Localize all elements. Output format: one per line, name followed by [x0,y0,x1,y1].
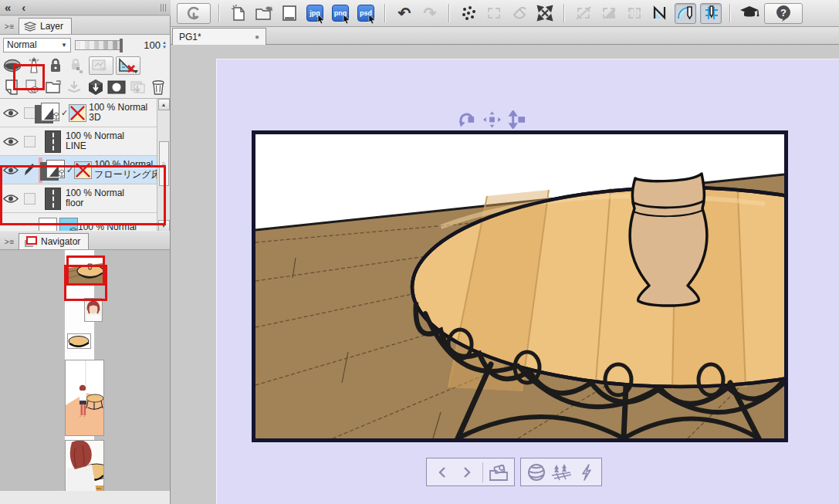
opacity-slider[interactable] [75,40,123,50]
layer-checkbox[interactable] [20,136,39,147]
enable-3d-object-button[interactable] [86,78,105,96]
layer-thumbnail-material[interactable] [74,161,92,179]
editing-pen-icon[interactable] [20,163,39,177]
export-jpg-button[interactable]: jpg [304,3,326,24]
trash-icon [151,79,165,96]
register-camera-angle-button[interactable] [488,462,509,483]
select-scatter-button[interactable] [458,3,479,24]
3d-environment-button[interactable] [550,462,572,483]
navigator-panel-menu-icon[interactable]: >≡ [0,234,19,249]
clip-to-layer-below-button[interactable] [2,56,22,75]
panel-grip-handle[interactable] [161,4,166,12]
opacity-spinner[interactable]: ▲▼ [162,40,167,49]
3d-camera-controls [458,110,526,129]
document-tab[interactable]: PG1* ● [172,28,266,45]
deselect-button[interactable] [573,3,594,24]
apply-mask-icon [129,79,146,95]
layer-thumbnail-line[interactable] [45,188,61,210]
marquee-icon [488,8,500,19]
perpendicular-snap-tool-button[interactable] [700,3,722,24]
layer-thumbnail-material[interactable] [69,104,86,122]
draft-layer-icon [91,59,111,73]
layer-name: LINE [66,141,157,151]
layer-mask-button[interactable] [107,78,126,96]
export-psd-button[interactable]: psd [355,3,377,24]
layer-thumbnail-3d[interactable] [44,160,65,181]
open-file-button[interactable] [253,3,275,24]
next-button[interactable] [456,462,478,483]
main-toolbar: jpg png psd ↶ ↷ [171,0,839,27]
curve-tool-button[interactable] [675,3,696,24]
new-canvas-button[interactable] [228,3,249,24]
layer-checkbox[interactable] [20,193,39,205]
redo-button[interactable]: ↷ [419,3,441,24]
layer-thumbnail-3d[interactable] [39,103,59,123]
tab-layer[interactable]: Layer [19,18,72,34]
navigator-thumbnail-room-scene[interactable] [65,360,104,436]
transform-button[interactable] [534,3,556,24]
merge-down-button[interactable] [65,78,83,96]
layer-panel-menu-icon[interactable]: >≡ [0,19,19,34]
layer-visibility-eye-icon[interactable] [2,108,20,118]
layer-thumbnail-paper[interactable] [39,218,57,231]
undo-button[interactable]: ↶ [394,3,415,24]
collapse-all-icon[interactable]: « [5,1,11,14]
navigator-tab-row: >≡ Navigator [0,232,170,250]
clip-studio-logo-button[interactable] [177,3,211,24]
layer-row-line[interactable]: 100 % Normal LINE [0,127,170,156]
cube-download-icon [87,79,104,96]
delete-layer-button[interactable] [149,78,167,96]
line-tool-icon [652,5,668,21]
3d-material-sphere-button[interactable] [526,462,547,483]
layer-row-3d[interactable]: ✓ 100 % Normal 3D [0,99,170,127]
navigator-thumbnail-table[interactable] [67,333,91,349]
layer-opacity-label: 100 % Normal [89,103,157,113]
marquee-select-button[interactable] [483,3,505,24]
previous-button[interactable] [431,462,453,483]
layer-thumbnail-sky[interactable] [59,218,78,231]
expand-selection-button[interactable] [624,3,645,24]
tab-navigator[interactable]: Navigator [19,233,89,249]
camera-rotate-icon[interactable] [458,110,477,129]
layer-visibility-eye-icon[interactable] [2,137,20,147]
document-tab-label: PG1* [179,32,201,42]
navigator-thumbnail-girl-table[interactable] [65,440,104,491]
camera-dolly-icon[interactable] [507,110,526,129]
3d-pose-button[interactable] [575,462,597,483]
export-png-button[interactable]: png [330,3,351,24]
help-button[interactable]: ? [764,3,803,24]
scrollbar-thumb[interactable]: ≡ [159,141,169,186]
layer-thumbnail-line[interactable] [45,130,61,153]
reference-layer-button[interactable] [24,56,43,75]
tutorial-button[interactable] [739,3,760,24]
lock-layer-button[interactable] [46,56,65,75]
set-as-draft-button[interactable] [89,56,113,75]
lock-transparent-pixels-button[interactable] [67,56,86,75]
scroll-up-icon[interactable]: ▲ [158,99,170,110]
apply-mask-button[interactable] [128,78,147,96]
scroll-down-icon[interactable]: ▼ [158,220,170,231]
layer-row-floor[interactable]: 100 % Normal floor [0,184,170,213]
invert-selection-button[interactable] [598,3,620,24]
canvas-view[interactable] [216,59,839,504]
layer-row-flooring-selected[interactable]: ✓ 100 % Normal フローリング床 [0,156,170,184]
check-icon: ✓ [61,108,68,118]
straight-line-tool-button[interactable] [649,3,671,24]
layer-list-scrollbar[interactable]: ▲ ≡ ▼ [157,99,170,231]
layer-visibility-eye-icon[interactable] [2,165,20,175]
navigator-thumbnail-table-scene[interactable] [66,255,105,286]
canvas-page[interactable] [252,130,788,442]
camera-pan-icon[interactable] [482,110,502,129]
blend-mode-select[interactable]: Normal ▼ [3,38,71,52]
save-button[interactable] [279,3,300,24]
opacity-slider-handle[interactable] [120,39,123,52]
navigator-thumbnail-girl-portrait[interactable] [84,298,103,322]
layer-visibility-eye-icon[interactable] [2,194,20,204]
fill-select-button[interactable] [509,3,530,24]
layer-row-partial[interactable]: 100 % Normal [0,213,170,231]
collapse-icon[interactable]: ‹ [22,1,25,14]
ruler-visibility-button[interactable] [116,56,140,75]
new-vector-layer-button[interactable] [23,78,42,96]
new-folder-button[interactable] [44,78,63,96]
new-raster-layer-button[interactable] [2,78,21,96]
